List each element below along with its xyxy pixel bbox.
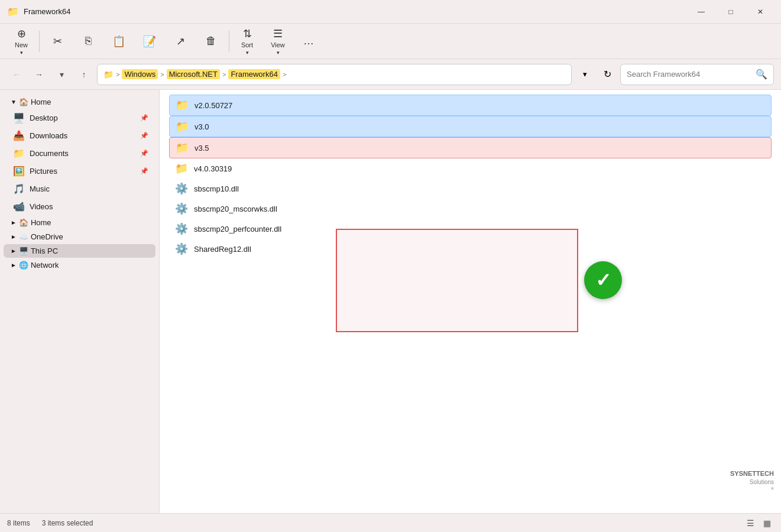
check-circle: ✓: [584, 261, 622, 299]
desktop-pin-icon: 📌: [140, 114, 148, 122]
file-name-dll4: SharedReg12.dll: [194, 245, 766, 254]
sidebar-item-music[interactable]: 🎵 Music: [4, 180, 155, 197]
cut-button[interactable]: ✂: [43, 27, 72, 56]
search-input[interactable]: [627, 70, 752, 79]
sidebar-item-pictures[interactable]: 🖼️ Pictures 📌: [4, 163, 155, 180]
sidebar-item-downloads[interactable]: 📥 Downloads 📌: [4, 127, 155, 144]
delete-icon: 🗑: [206, 35, 216, 47]
file-row-dll3[interactable]: ⚙️ sbscmp20_perfcounter.dll: [169, 219, 772, 239]
file-name-v35: v3.5: [195, 144, 765, 153]
maximize-button[interactable]: □: [717, 2, 744, 21]
view-icon: ☰: [273, 27, 283, 40]
path-windows: Windows: [122, 69, 158, 79]
pictures-pin-icon: 📌: [140, 167, 148, 175]
videos-icon: 📹: [13, 201, 25, 212]
file-name-dll2: sbscmp20_mscorwks.dll: [194, 205, 766, 213]
paste-button[interactable]: 📋: [105, 27, 133, 56]
file-row-v35[interactable]: 📁 v3.5: [169, 137, 772, 158]
folder-icon-v2: 📁: [176, 99, 189, 112]
status-right: ☰ ▦: [743, 516, 774, 530]
address-path[interactable]: 📁 > Windows > Microsoft.NET > Framework6…: [97, 64, 572, 85]
title-bar: 📁 Framework64 — □ ✕: [0, 0, 781, 24]
dll-icon-2: ⚙️: [175, 202, 188, 215]
file-list: 📁 v2.0.50727 📁 v3.0 📁 v3.5 📁 v4.0.30319 …: [169, 95, 772, 259]
path-net: Microsoft.NET: [167, 69, 220, 79]
search-icon: 🔍: [756, 69, 767, 80]
path-framework: Framework64: [228, 69, 280, 79]
status-list-view-button[interactable]: ☰: [743, 516, 757, 530]
sidebar-section-onedrive[interactable]: ► ☁️ OneDrive: [4, 230, 155, 244]
folder-icon-v3: 📁: [176, 120, 189, 133]
file-row-dll4[interactable]: ⚙️ SharedReg12.dll: [169, 239, 772, 259]
share-button[interactable]: ↗: [166, 27, 195, 56]
file-row-v2[interactable]: 📁 v2.0.50727: [169, 95, 772, 116]
sidebar-section-network[interactable]: ► 🌐 Network: [4, 258, 155, 272]
pictures-icon: 🖼️: [13, 166, 25, 177]
network-label: Network: [31, 261, 59, 270]
desktop-icon: 🖥️: [13, 112, 25, 124]
sidebar-section-home-collapsed[interactable]: ► 🏠 Home: [4, 216, 155, 229]
watermark-logo: SYSNETTECH: [730, 469, 774, 478]
minimize-button[interactable]: —: [688, 2, 715, 21]
sidebar-item-videos[interactable]: 📹 Videos: [4, 198, 155, 215]
path-sep-4: >: [283, 71, 286, 78]
close-button[interactable]: ✕: [747, 2, 774, 21]
title-text: Framework64: [24, 7, 70, 16]
up-button[interactable]: ↑: [74, 65, 93, 84]
file-name-v2: v2.0.50727: [195, 101, 765, 110]
file-row-v3[interactable]: 📁 v3.0: [169, 116, 772, 137]
thispc-icon: 🖥️: [19, 246, 28, 255]
home-expanded-chevron: ▼: [11, 99, 17, 105]
sidebar-section-home-expanded[interactable]: ▼ 🏠 Home: [4, 95, 155, 109]
documents-icon: 📁: [13, 148, 25, 159]
downloads-icon: 📥: [13, 130, 25, 141]
more-icon: …: [303, 35, 314, 47]
thispc-label: This PC: [31, 246, 58, 255]
home-collapsed-label: Home: [31, 218, 51, 227]
sidebar-item-desktop[interactable]: 🖥️ Desktop 📌: [4, 109, 155, 126]
onedrive-chevron: ►: [11, 233, 17, 240]
sort-button[interactable]: ⇅ Sort ▾: [233, 27, 261, 56]
sidebar: ▼ 🏠 Home 🖥️ Desktop 📌 📥 Downloads 📌 📁 Do…: [0, 90, 160, 513]
toolbar-separator-1: [39, 31, 40, 52]
address-bar: ← → ▾ ↑ 📁 > Windows > Microsoft.NET > Fr…: [0, 59, 781, 90]
check-icon: ✓: [595, 269, 611, 291]
file-name-v3: v3.0: [195, 122, 765, 131]
sidebar-item-documents[interactable]: 📁 Documents 📌: [4, 145, 155, 162]
title-bar-left: 📁 Framework64: [7, 6, 70, 17]
new-button[interactable]: ⊕ New ▾: [7, 27, 35, 56]
sidebar-section-thispc[interactable]: ► 🖥️ This PC: [4, 244, 155, 258]
dll-icon-1: ⚙️: [175, 182, 188, 195]
home-expanded-icon: 🏠: [19, 98, 28, 106]
recent-button[interactable]: ▾: [52, 65, 71, 84]
copy-button[interactable]: ⎘: [74, 27, 102, 56]
sort-icon: ⇅: [243, 27, 252, 40]
copy-icon: ⎘: [85, 35, 92, 47]
back-button[interactable]: ←: [7, 65, 26, 84]
sort-dropdown-icon: ▾: [246, 50, 249, 56]
toolbar-separator-2: [229, 31, 229, 52]
delete-button[interactable]: 🗑: [197, 27, 225, 56]
path-folder-icon: 📁: [103, 70, 114, 79]
path-sep-2: >: [160, 71, 164, 78]
file-row-dll1[interactable]: ⚙️ sbscmp10.dll: [169, 179, 772, 199]
main-area: ▼ 🏠 Home 🖥️ Desktop 📌 📥 Downloads 📌 📁 Do…: [0, 90, 781, 513]
title-bar-controls: — □ ✕: [688, 2, 774, 21]
dll-icon-3: ⚙️: [175, 222, 188, 235]
view-button[interactable]: ☰ View ▾: [264, 27, 292, 56]
more-button[interactable]: …: [294, 27, 323, 56]
videos-label: Videos: [30, 202, 148, 211]
rename-button[interactable]: 📝: [135, 27, 164, 56]
cut-icon: ✂: [53, 35, 62, 48]
address-dropdown-button[interactable]: ▾: [575, 65, 594, 84]
refresh-button[interactable]: ↻: [598, 65, 617, 84]
new-icon: ⊕: [17, 27, 26, 40]
downloads-pin-icon: 📌: [140, 132, 148, 140]
forward-button[interactable]: →: [30, 65, 48, 84]
status-grid-view-button[interactable]: ▦: [760, 516, 774, 530]
folder-icon-v35: 📁: [176, 141, 189, 154]
documents-pin-icon: 📌: [140, 150, 148, 157]
file-row-v4[interactable]: 📁 v4.0.30319: [169, 158, 772, 179]
file-row-dll2[interactable]: ⚙️ sbscmp20_mscorwks.dll: [169, 199, 772, 219]
search-box[interactable]: 🔍: [620, 64, 774, 85]
